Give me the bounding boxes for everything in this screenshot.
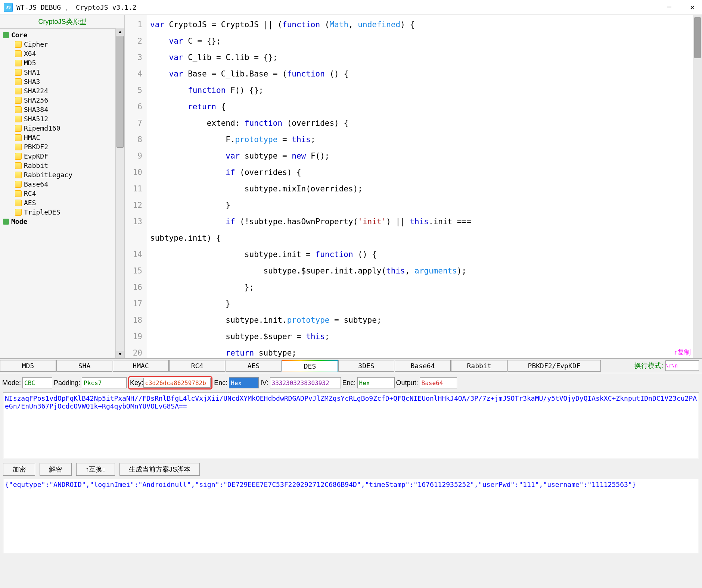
tree-leaf[interactable]: AES: [0, 198, 124, 207]
tree-leaf[interactable]: SHA1: [0, 68, 124, 77]
tree-leaf[interactable]: X64: [0, 49, 124, 58]
padding-label: Padding:: [54, 379, 80, 387]
line-gutter: 12345678910111213 14151617181920: [125, 15, 147, 358]
tree-leaf[interactable]: Base64: [0, 179, 124, 189]
mode-label: Mode:: [2, 379, 21, 387]
decrypt-button[interactable]: 解密: [40, 463, 72, 476]
close-button[interactable]: ✕: [686, 3, 698, 12]
wrapmode-label: 换行模式:: [634, 361, 665, 370]
code-editor[interactable]: 12345678910111213 14151617181920 var Cry…: [125, 15, 702, 358]
app-icon: JS: [4, 3, 13, 12]
key-enc-select[interactable]: Hex: [229, 377, 259, 388]
tree-folder[interactable]: Core: [0, 30, 124, 40]
tree[interactable]: CoreCipherX64MD5SHA1SHA3SHA224SHA256SHA3…: [0, 29, 124, 357]
tree-leaf[interactable]: Rabbit: [0, 161, 124, 170]
titlebar: JS WT-JS_DEBUG 、 CryptoJS v3.1.2 — ✕: [0, 0, 702, 15]
key-highlight-box: Key:: [128, 376, 212, 390]
tab-md5[interactable]: MD5: [0, 360, 56, 372]
iv-enc-select[interactable]: Hex: [357, 377, 395, 388]
sidebar-header: CryptoJS类原型: [0, 15, 124, 29]
key-input[interactable]: [143, 378, 211, 388]
tree-leaf[interactable]: SHA384: [0, 105, 124, 114]
tree-leaf[interactable]: RabbitLegacy: [0, 170, 124, 179]
gen-script-button[interactable]: 生成当前方案JS脚本: [119, 463, 200, 476]
tree-folder[interactable]: Mode: [0, 217, 124, 226]
tab-pbkdf2-evpkdf[interactable]: PBKDF2/EvpKDF: [507, 360, 601, 372]
wrapmode-select[interactable]: \r\n: [665, 360, 699, 371]
tree-leaf[interactable]: HMAC: [0, 133, 124, 142]
tree-leaf[interactable]: SHA256: [0, 96, 124, 105]
tree-leaf[interactable]: Cipher: [0, 40, 124, 49]
tab-base64[interactable]: Base64: [395, 360, 451, 372]
cipher-textarea[interactable]: [3, 392, 699, 458]
output-select[interactable]: Base64: [420, 377, 457, 388]
enc1-label: Enc:: [214, 379, 227, 387]
action-buttons-row: 加密 解密 ↑互换↓ 生成当前方案JS脚本: [0, 460, 702, 479]
tree-leaf[interactable]: SHA512: [0, 114, 124, 123]
iv-label: IV:: [260, 379, 268, 387]
tree-leaf[interactable]: SHA224: [0, 86, 124, 96]
folder-icon: [3, 32, 9, 38]
plain-textarea[interactable]: [3, 479, 699, 553]
scroll-thumb[interactable]: [117, 36, 124, 148]
tree-leaf[interactable]: MD5: [0, 58, 124, 68]
tree-leaf[interactable]: PBKDF2: [0, 142, 124, 151]
copy-button[interactable]: ↑复制: [674, 348, 691, 357]
tab-rabbit[interactable]: Rabbit: [451, 360, 507, 372]
tree-leaf[interactable]: EvpKDF: [0, 151, 124, 161]
params-row: Mode: CBC Padding: Pkcs7 Key: Enc: Hex I…: [0, 373, 702, 392]
tab-hmac[interactable]: HMAC: [113, 360, 169, 372]
window-title: WT-JS_DEBUG 、 CryptoJS v3.1.2: [16, 3, 136, 12]
minimize-button[interactable]: —: [663, 3, 675, 12]
iv-input[interactable]: [270, 377, 341, 388]
algorithm-tabs: MD5SHAHMACRC4AESDES3DESBase64RabbitPBKDF…: [0, 358, 702, 373]
tree-leaf[interactable]: Ripemd160: [0, 123, 124, 133]
tree-leaf[interactable]: SHA3: [0, 77, 124, 86]
tree-leaf[interactable]: RC4: [0, 189, 124, 198]
padding-select[interactable]: Pkcs7: [82, 377, 127, 388]
sidebar-scrollbar[interactable]: ▲ ▼: [115, 28, 124, 358]
editor-scrollbar[interactable]: [693, 15, 702, 358]
scroll-down-icon[interactable]: ▼: [116, 351, 124, 358]
code-area[interactable]: var CryptoJS = CryptoJS || (function (Ma…: [147, 15, 702, 358]
scroll-up-icon[interactable]: ▲: [116, 28, 124, 36]
tree-leaf[interactable]: TripleDES: [0, 207, 124, 217]
tab-aes[interactable]: AES: [226, 360, 282, 372]
encrypt-button[interactable]: 加密: [3, 463, 35, 476]
sidebar: CryptoJS类原型 CoreCipherX64MD5SHA1SHA3SHA2…: [0, 15, 125, 358]
editor-scroll-thumb[interactable]: [694, 17, 701, 58]
mode-select[interactable]: CBC: [22, 377, 52, 388]
enc2-label: Enc:: [342, 379, 356, 387]
tab-3des[interactable]: 3DES: [338, 360, 394, 372]
tab-des[interactable]: DES: [282, 360, 338, 372]
output-label: Output:: [396, 379, 418, 387]
key-label: Key:: [130, 379, 143, 387]
folder-icon: [3, 219, 9, 225]
tab-sha[interactable]: SHA: [56, 360, 112, 372]
tab-rc4[interactable]: RC4: [169, 360, 225, 372]
swap-button[interactable]: ↑互换↓: [76, 463, 115, 476]
